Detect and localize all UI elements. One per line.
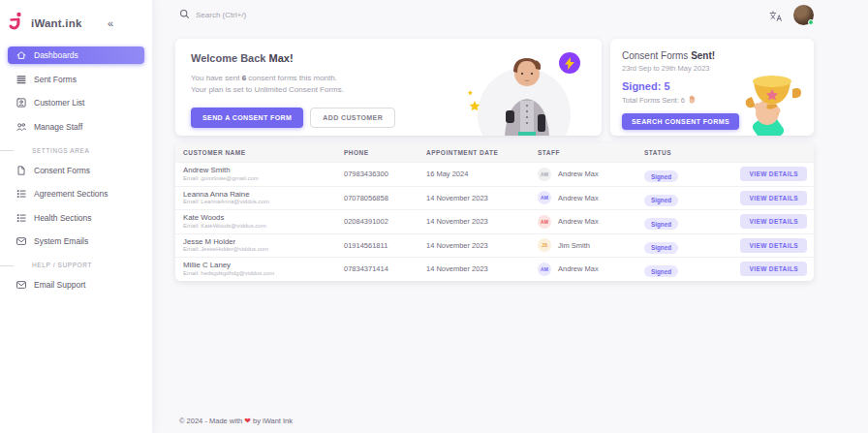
sidebar-item-label: Sent Forms xyxy=(34,75,77,84)
trophy-illustration xyxy=(738,60,810,136)
sidebar-item-manage-staff[interactable]: Manage Staff xyxy=(8,118,144,136)
sidebar-item-sent-forms[interactable]: Sent Forms xyxy=(8,71,144,88)
table-row: Andrew Smith Email: gomrlowe@gmail.com 0… xyxy=(175,162,814,186)
appointment-date: 14 November 2023 xyxy=(418,264,530,273)
table-row: Kate Woods Email: KateWoods@viddus.com 0… xyxy=(175,209,814,233)
section-label-help: HELP / SUPPORT xyxy=(8,262,144,268)
customer-name: Jesse M Holder xyxy=(183,237,336,247)
brand-title: iWant.ink xyxy=(31,17,81,29)
customer-email: Email: LeannaAnna@viddus.com xyxy=(183,199,336,206)
view-details-button[interactable]: VIEW DETAILS xyxy=(740,167,807,181)
search-input[interactable] xyxy=(196,11,389,19)
sidebar-item-consent-forms[interactable]: Consent Forms xyxy=(8,162,144,179)
topbar-actions xyxy=(769,5,814,25)
staff-avatar: AM xyxy=(538,215,551,229)
appointment-date: 14 November 2023 xyxy=(418,194,530,202)
customer-email: Email: hedsgdsgdhdg@viddus.com xyxy=(183,270,336,278)
table-header-row: CUSTOMER NAME PHONE APPOINTMENT DATE STA… xyxy=(175,143,814,162)
sidebar-item-label: Customer List xyxy=(34,98,84,108)
status-badge: Signed xyxy=(644,170,678,182)
customer-phone: 07078056858 xyxy=(336,194,418,202)
customer-phone: 01914561811 xyxy=(336,241,418,250)
global-search[interactable] xyxy=(179,6,769,23)
view-details-button[interactable]: VIEW DETAILS xyxy=(740,262,807,276)
sidebar-item-label: Consent Forms xyxy=(34,166,90,175)
table-row: Jesse M Holder Email: JesseHolder@viddus… xyxy=(175,233,814,258)
customer-email: Email: gomrlowe@gmail.com xyxy=(183,175,336,183)
main-content: Welcome Back Max! You have sent 6 consen… xyxy=(152,29,868,433)
column-header: APPOINTMENT DATE xyxy=(418,149,530,156)
footer-text: © 2024 - Made with ❤ by iWant Ink xyxy=(175,417,814,425)
customer-email: Email: JesseHolder@viddus.com xyxy=(183,246,336,254)
view-details-button[interactable]: VIEW DETAILS xyxy=(740,214,807,229)
customer-phone: 02084391002 xyxy=(336,217,418,226)
welcome-card: Welcome Back Max! You have sent 6 consen… xyxy=(175,39,602,136)
staff-name: Andrew Max xyxy=(558,170,599,178)
customer-name: Andrew Smith xyxy=(183,166,336,175)
envelope-icon xyxy=(15,279,27,292)
online-status-dot xyxy=(808,19,814,25)
section-label-settings: SETTINGS AREA xyxy=(8,147,144,154)
raised-hand-icon xyxy=(688,95,696,106)
add-customer-button[interactable]: ADD CUSTOMER xyxy=(310,108,395,128)
list-icon xyxy=(15,211,27,224)
view-details-button[interactable]: VIEW DETAILS xyxy=(740,191,807,205)
sidebar-item-dashboards[interactable]: Dashboards xyxy=(8,46,144,64)
status-badge: Signed xyxy=(644,218,678,230)
sidebar-item-label: Health Sections xyxy=(34,213,92,223)
search-icon xyxy=(179,6,190,23)
customer-name: Kate Woods xyxy=(183,213,336,223)
sidebar-item-label: Email Support xyxy=(34,280,85,290)
sidebar: iWant.ink « Dashboards Sent Forms Custom… xyxy=(0,0,152,433)
sidebar-item-agreement-sections[interactable]: Agreement Sections xyxy=(8,185,144,202)
sidebar-item-label: Manage Staff xyxy=(34,122,82,132)
collapse-sidebar-icon[interactable]: « xyxy=(108,18,113,29)
sidebar-item-health-sections[interactable]: Health Sections xyxy=(8,209,144,227)
sidebar-item-email-support[interactable]: Email Support xyxy=(8,276,144,294)
search-consent-forms-button[interactable]: SEARCH CONSENT FORMS xyxy=(622,113,739,130)
lightning-badge-icon xyxy=(559,52,580,74)
appointment-date: 14 November 2023 xyxy=(418,217,530,226)
staff-name: Jim Smith xyxy=(558,241,590,250)
customer-name: Leanna Anna Raine xyxy=(183,190,336,200)
man-character-illustration xyxy=(497,50,557,136)
customer-phone: 07983436300 xyxy=(336,170,418,178)
envelope-icon xyxy=(15,235,27,248)
table-row: Millie C Laney Email: hedsgdsgdhdg@viddu… xyxy=(175,257,814,281)
heart-icon: ❤ xyxy=(244,417,251,425)
staff-name: Andrew Max xyxy=(558,194,599,202)
staff-avatar: AM xyxy=(538,168,551,181)
customer-email: Email: KateWoods@viddus.com xyxy=(183,223,336,231)
column-header: STATUS xyxy=(636,149,728,156)
sidebar-item-label: Dashboards xyxy=(34,50,78,60)
id-card-icon xyxy=(15,97,27,109)
welcome-illustration xyxy=(433,39,588,136)
status-badge: Signed xyxy=(644,242,678,254)
appointment-date: 14 November 2023 xyxy=(418,241,530,250)
customer-phone: 07834371414 xyxy=(336,264,418,273)
status-badge: Signed xyxy=(644,195,678,206)
brand-logo-icon xyxy=(8,12,25,35)
language-translate-icon[interactable] xyxy=(769,9,783,20)
topbar xyxy=(152,0,868,29)
sidebar-item-label: System Emails xyxy=(34,236,88,246)
staff-avatar: JS xyxy=(538,238,551,252)
view-details-button[interactable]: VIEW DETAILS xyxy=(740,238,807,253)
staff-avatar: AM xyxy=(538,263,551,276)
table-row: Leanna Anna Raine Email: LeannaAnna@vidd… xyxy=(175,186,814,210)
brand[interactable]: iWant.ink « xyxy=(0,8,123,45)
status-badge: Signed xyxy=(644,265,678,277)
consent-forms-card: Consent Forms Sent! 23rd Sep to 29th May… xyxy=(610,39,814,136)
stacked-lines-icon xyxy=(15,73,27,85)
sidebar-nav: Dashboards Sent Forms Customer List Mana… xyxy=(0,45,152,302)
staff-name: Andrew Max xyxy=(558,217,599,226)
send-consent-form-button[interactable]: SEND A CONSENT FORM xyxy=(191,108,303,128)
sidebar-item-customer-list[interactable]: Customer List xyxy=(8,94,144,111)
sidebar-item-label: Agreement Sections xyxy=(34,189,108,199)
customer-name: Millie C Laney xyxy=(183,261,336,270)
home-icon xyxy=(15,49,27,62)
document-icon xyxy=(15,164,27,176)
sidebar-item-system-emails[interactable]: System Emails xyxy=(8,232,144,250)
column-header: STAFF xyxy=(530,149,636,156)
user-avatar[interactable] xyxy=(793,5,814,25)
